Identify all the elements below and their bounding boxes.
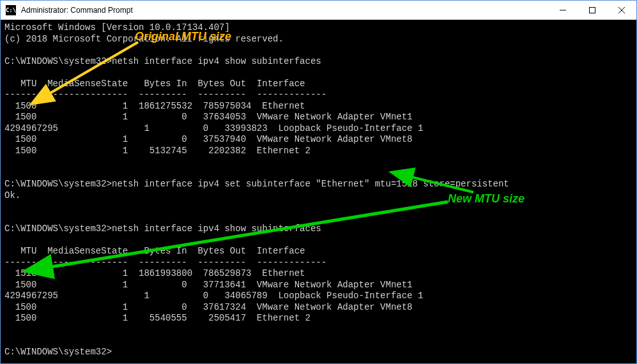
- terminal-line: Microsoft Windows [Version 10.0.17134.40…: [4, 22, 230, 33]
- titlebar[interactable]: C:\ Administrator: Command Prompt: [1, 1, 636, 20]
- cmd-icon: C:\: [6, 5, 16, 15]
- table-row: 1500 1 1861275532 785975034 Ethernet: [4, 101, 305, 111]
- table-row: 1500 1 5132745 2202382 Ethernet 2: [4, 146, 311, 156]
- command-text: netsh interface ipv4 set subinterface "E…: [112, 179, 509, 189]
- command-prompt-window: C:\ Administrator: Command Prompt Micros…: [0, 0, 637, 364]
- table-divider: ------ --------------- --------- -------…: [4, 89, 326, 100]
- close-button[interactable]: [607, 1, 636, 19]
- terminal-line: (c) 2018 Microsoft Corporation. All righ…: [4, 34, 284, 44]
- prompt: C:\WINDOWS\system32>: [4, 347, 112, 357]
- table-row: 1500 1 0 37617324 VMware Network Adapter…: [4, 302, 413, 312]
- minimize-button[interactable]: [548, 1, 578, 19]
- table-row: 1500 1 0 37713641 VMware Network Adapter…: [4, 280, 413, 290]
- prompt: C:\WINDOWS\system32>: [4, 179, 112, 189]
- command-text: netsh interface ipv4 show subinterfaces: [112, 224, 321, 234]
- table-header: MTU MediaSenseState Bytes In Bytes Out I…: [4, 79, 305, 89]
- window-controls: [548, 1, 636, 19]
- table-row: 1500 1 5540555 2505417 Ethernet 2: [4, 313, 311, 323]
- table-divider: ------ --------------- --------- -------…: [4, 257, 326, 268]
- table-row: 4294967295 1 0 34065789 Loopback Pseudo-…: [4, 291, 423, 301]
- prompt: C:\WINDOWS\system32>: [4, 224, 112, 234]
- table-row: 1500 1 0 37537940 VMware Network Adapter…: [4, 134, 413, 144]
- command-text: netsh interface ipv4 show subinterfaces: [112, 56, 321, 66]
- prompt: C:\WINDOWS\system32>: [4, 56, 112, 66]
- table-row: 1518 1 1861993800 786529873 Ethernet: [4, 268, 305, 278]
- table-header: MTU MediaSenseState Bytes In Bytes Out I…: [4, 246, 305, 256]
- window-title: Administrator: Command Prompt: [21, 6, 548, 15]
- terminal-output[interactable]: Microsoft Windows [Version 10.0.17134.40…: [1, 20, 636, 363]
- maximize-button[interactable]: [578, 1, 607, 19]
- ok-text: Ok.: [4, 190, 20, 201]
- svg-rect-1: [590, 7, 595, 13]
- table-row: 1500 1 0 37634053 VMware Network Adapter…: [4, 112, 413, 122]
- table-row: 4294967295 1 0 33993823 Loopback Pseudo-…: [4, 123, 423, 133]
